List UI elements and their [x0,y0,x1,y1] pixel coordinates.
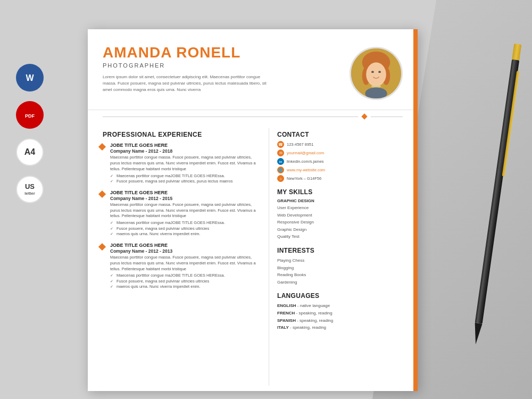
exp-desc-3: Maecenas porttitor congue massa. Fusce p… [110,255,258,272]
interests-section-title: INTERESTS [277,247,381,254]
word-icon-badge[interactable]: W [16,64,44,92]
job-title-3: JOBE TITLE GOES HERE [110,243,258,248]
left-column: PROFESSIONAL EXPERIENCE JOBE TITLE GOES … [88,128,269,386]
candidate-photo [350,47,403,100]
lang-item-4: ITALY - speaking, reading [277,324,381,331]
summary-text: Lorem ipsum dolor sit amet, consectetuer… [103,74,268,93]
interest-item-1: Playing Chess [277,257,381,264]
bullet-3-3: maeros quis urna. Nunc viverra imperdiet… [110,284,258,290]
exp-dot-2 [98,190,106,198]
web-icon: 🌐 [277,167,284,173]
bullet-2-3: maeros quis urna. Nunc viverra imperdiet… [110,231,258,237]
left-icons-panel: W PDF A4 US letter [16,64,44,203]
pen-top [512,44,521,61]
lang-name-1: ENGLISH [277,303,296,308]
svg-point-8 [366,62,386,86]
skills-section: MY SKILLS GRAPHIC DESIGN User Experience… [277,188,381,240]
exp-item-2: JOBE TITLE GOES HERE Company Name - 2012… [103,190,258,237]
interests-section: INTERESTS Playing Chess Blogging Reading… [277,247,381,286]
company-1: Company Name - 2012 - 2018 [110,148,258,154]
candidate-name: AMANDA RONELL [103,44,350,61]
bullet-list-3: Maecenas porttitor congue maJOBE TITLE G… [110,273,258,290]
interest-item-3: Reading Books [277,271,381,279]
bullet-2-2: Fusce posuere, magna sed pulvinar ultric… [110,226,258,232]
resume-header: AMANDA RONELL PHOTOGRAPHER Lorem ipsum d… [88,29,418,110]
us-letter-icon-badge[interactable]: US letter [16,176,44,203]
lang-level-3-text: speaking, reading [300,318,333,323]
languages-section: LANGUAGES ENGLISH - native language FREN… [277,292,381,331]
candidate-title: PHOTOGRAPHER [103,62,350,69]
right-column: CONTACT ☎ 123-4567 8951 ✉ yourmail@gmail… [269,128,396,386]
lang-name-4: ITALY [277,325,289,330]
header-left: AMANDA RONELL PHOTOGRAPHER Lorem ipsum d… [103,44,350,93]
interest-item-2: Blogging [277,264,381,272]
svg-text:PDF: PDF [25,113,35,119]
pdf-icon-badge[interactable]: PDF [16,101,44,129]
lang-name-3: SPANISH [277,318,296,323]
contact-section-title: CONTACT [277,131,381,138]
company-3: Company Name - 2012 - 2013 [110,248,258,254]
skills-section-title: MY SKILLS [277,188,381,196]
a4-icon-badge[interactable]: A4 [16,138,44,166]
bullet-2-1: Maecenas porttitor congue maJOBE TITLE G… [110,220,258,226]
divider-line-right [371,117,403,117]
bullet-list-2: Maecenas porttitor congue maJOBE TITLE G… [110,220,258,237]
interest-item-4: Gardening [277,279,381,286]
skill-item-4: Graphic Design [277,226,381,234]
contact-location: ⌂ NewYork – G14F56 [277,175,381,182]
contact-phone: ☎ 123-4567 8951 [277,141,381,148]
header-divider [88,114,418,119]
bullet-3-2: Fusce posuere, magna sed pulvinar ultric… [110,279,258,285]
pen-tip [472,323,482,345]
lang-level-4-text: speaking, reading [293,325,326,330]
job-title-1: JOBE TITLE GOES HERE [110,143,258,148]
skill-item-3: Responsive Design [277,219,381,226]
phone-icon: ☎ [277,141,284,148]
bullet-1-2: Fusce posuere, magna sed pulvinar ultric… [110,179,258,185]
lang-level-2-text: speaking, reading [298,311,332,315]
location-text: NewYork – G14F56 [287,176,321,181]
languages-section-title: LANGUAGES [277,292,381,300]
resume-body: PROFESSIONAL EXPERIENCE JOBE TITLE GOES … [88,123,418,391]
linkedin-text: linkedin.com/s.james [287,159,324,164]
email-text: yourmail@gmail.com [287,151,324,155]
linkedin-icon: in [277,158,284,165]
us-label: US [25,183,35,190]
exp-desc-2: Maecenas porttitor congue massa. Fusce p… [110,202,258,220]
svg-text:W: W [26,73,34,82]
exp-dot-3 [98,243,106,251]
a4-label: A4 [24,147,35,157]
skill-item-5: Quality Test [277,233,381,240]
resume-paper: AMANDA RONELL PHOTOGRAPHER Lorem ipsum d… [88,29,418,391]
svg-point-9 [371,71,374,73]
letter-label: letter [24,191,35,196]
lang-level-1-text: native language [300,303,330,308]
skill-item-1: User Experience [277,204,381,212]
lang-item-2: FRENCH - speaking, reading [277,310,381,317]
phone-text: 123-4567 8951 [287,142,313,147]
skill-highlight: GRAPHIC DESIGN [277,198,381,203]
job-title-2: JOBE TITLE GOES HERE [110,190,258,195]
contact-linkedin: in linkedin.com/s.james [277,158,381,165]
exp-desc-1: Maecenas porttitor congue massa. Fusce p… [110,155,258,172]
bullet-list-1: Maecenas porttitor congue maJOBE TITLE G… [110,173,258,185]
svg-point-10 [378,71,381,73]
lang-item-1: ENGLISH - native language [277,302,381,310]
company-2: Company Name - 2012 - 2015 [110,196,258,201]
bullet-1-1: Maecenas porttitor congue maJOBE TITLE G… [110,173,258,179]
contact-section: CONTACT ☎ 123-4567 8951 ✉ yourmail@gmail… [277,131,381,182]
divider-line-left [103,117,358,117]
svg-point-12 [365,87,387,99]
lang-item-3: SPANISH - speaking, reading [277,317,381,325]
skill-item-2: Web Development [277,212,381,219]
divider-diamond [361,113,367,119]
bullet-3-1: Maecenas porttitor congue maJOBE TITLE G… [110,273,258,279]
photo-svg [351,47,401,100]
email-icon: ✉ [277,149,284,156]
exp-dot-1 [98,143,106,151]
exp-item-3: JOBE TITLE GOES HERE Company Name - 2012… [103,243,258,290]
lang-name-2: FRENCH [277,311,295,315]
contact-website: 🌐 www.my-website.com [277,167,381,173]
experience-section-title: PROFESSIONAL EXPERIENCE [103,131,258,138]
exp-item-1: JOBE TITLE GOES HERE Company Name - 2012… [103,143,258,185]
